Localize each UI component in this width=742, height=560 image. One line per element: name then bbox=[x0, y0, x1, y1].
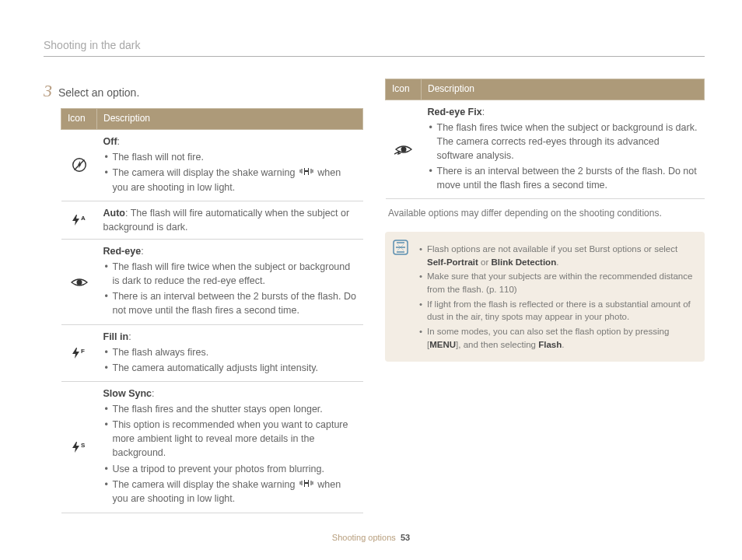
footer-page: 53 bbox=[401, 533, 410, 542]
red-eye-icon bbox=[71, 277, 88, 288]
fillin-b1: The flash always fires. bbox=[103, 345, 357, 359]
fillin-title: Fill in bbox=[103, 331, 129, 342]
slow-b1: The flash fires and the shutter stays op… bbox=[103, 402, 357, 416]
off-b2: The camera will display the shake warnin… bbox=[103, 166, 357, 194]
slow-b2: This option is recommended when you want… bbox=[103, 418, 357, 460]
redeye-b1: The flash will fire twice when the subje… bbox=[103, 260, 357, 288]
note-1: Flash options are not available if you s… bbox=[418, 243, 694, 268]
fillin-b2: The camera automatically adjusts light i… bbox=[103, 361, 357, 375]
note-4: In some modes, you can also set the flas… bbox=[418, 325, 694, 351]
row-slowsync: S Slow Sync: The flash fires and the shu… bbox=[61, 381, 363, 513]
note-box: Flash options are not available if you s… bbox=[385, 232, 705, 362]
svg-line-1 bbox=[74, 160, 84, 170]
slow-title: Slow Sync bbox=[103, 388, 152, 399]
step-3: 3 Select an option. bbox=[44, 79, 363, 103]
off-title: Off bbox=[103, 136, 117, 147]
slow-b3: Use a tripod to prevent your photos from… bbox=[103, 462, 357, 476]
flash-options-table-right: Icon Description Red-eye Fix: bbox=[385, 79, 705, 199]
footer-section: Shooting options bbox=[332, 533, 396, 542]
red-eye-fix-icon bbox=[394, 142, 413, 156]
th-icon: Icon bbox=[61, 109, 97, 129]
step-text: Select an option. bbox=[58, 85, 139, 100]
row-off: Off: The flash will not fire. The camera… bbox=[61, 129, 363, 201]
row-redeye: Red-eye: The flash will fire twice when … bbox=[61, 239, 363, 324]
th-desc-r: Description bbox=[422, 79, 705, 100]
auto-title: Auto bbox=[103, 208, 125, 219]
row-fillin: F Fill in: The flash always fires. The c… bbox=[61, 324, 363, 381]
svg-point-6 bbox=[401, 147, 406, 152]
th-desc: Description bbox=[97, 109, 363, 129]
row-auto: A Auto: The flash will fire automaticall… bbox=[61, 201, 363, 239]
redeye-title: Red-eye bbox=[103, 246, 142, 257]
flash-fillin-icon: F bbox=[71, 347, 88, 359]
flash-options-table-left: Icon Description Off: bbox=[61, 108, 363, 513]
slow-b4: The camera will display the shake warnin… bbox=[103, 478, 357, 506]
note-icon bbox=[393, 240, 408, 259]
svg-text:F: F bbox=[81, 348, 85, 355]
flash-auto-icon: A bbox=[71, 214, 88, 226]
note-3: If light from the flash is reflected or … bbox=[418, 298, 694, 324]
page-header-title: Shooting in the dark bbox=[44, 39, 141, 51]
flash-off-icon bbox=[71, 156, 88, 173]
note-2: Make sure that your subjects are within … bbox=[418, 270, 694, 296]
redeyefix-b2: There is an interval between the 2 burst… bbox=[428, 164, 698, 192]
th-icon-r: Icon bbox=[386, 79, 422, 100]
available-note: Available options may differ depending o… bbox=[388, 207, 702, 220]
svg-text:A: A bbox=[81, 215, 86, 222]
auto-text: : The flash will fire automatically when… bbox=[103, 208, 350, 233]
redeyefix-b1: The flash fires twice when the subject o… bbox=[428, 121, 698, 163]
off-b1: The flash will not fire. bbox=[103, 150, 357, 164]
page-footer: Shooting options 53 bbox=[0, 532, 742, 544]
flash-slowsync-icon: S bbox=[71, 441, 88, 453]
shake-warning-icon bbox=[299, 166, 313, 180]
svg-point-3 bbox=[76, 279, 82, 285]
row-redeyefix: Red-eye Fix: The flash fires twice when … bbox=[386, 100, 705, 199]
redeyefix-title: Red-eye Fix bbox=[428, 107, 482, 117]
step-number: 3 bbox=[44, 79, 52, 103]
svg-text:S: S bbox=[81, 442, 86, 449]
redeye-b2: There is an interval between the 2 burst… bbox=[103, 289, 357, 317]
shake-warning-icon bbox=[299, 478, 313, 492]
page-header: Shooting in the dark bbox=[44, 37, 705, 57]
